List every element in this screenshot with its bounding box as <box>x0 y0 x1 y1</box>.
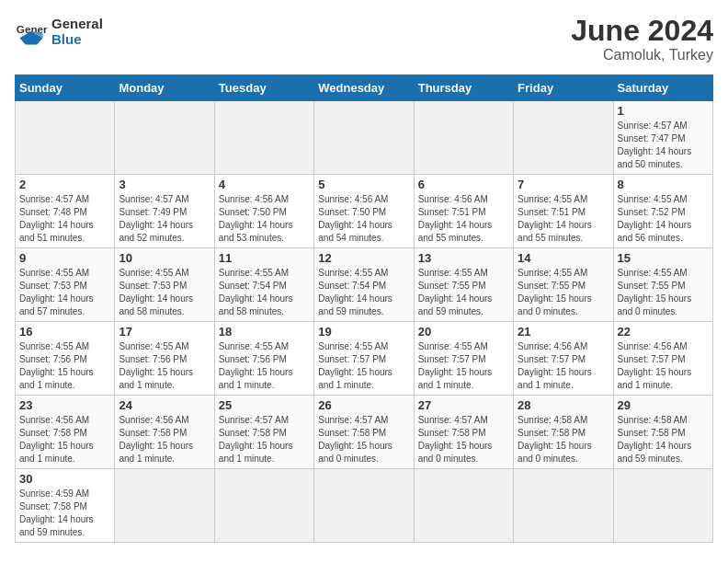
day-cell: 13Sunrise: 4:55 AM Sunset: 7:55 PM Dayli… <box>414 248 513 322</box>
day-number: 1 <box>618 104 709 118</box>
logo-blue: Blue <box>51 31 103 47</box>
day-info: Sunrise: 4:58 AM Sunset: 7:58 PM Dayligh… <box>518 414 609 465</box>
day-cell <box>115 101 214 175</box>
day-cell <box>514 469 613 543</box>
day-cell: 5Sunrise: 4:56 AM Sunset: 7:50 PM Daylig… <box>314 175 414 248</box>
week-row-0: 1Sunrise: 4:57 AM Sunset: 7:47 PM Daylig… <box>16 101 713 175</box>
day-number: 2 <box>19 178 110 191</box>
day-cell: 16Sunrise: 4:55 AM Sunset: 7:56 PM Dayli… <box>16 322 115 396</box>
header-wednesday: Wednesday <box>314 75 414 101</box>
header-monday: Monday <box>115 75 214 101</box>
logo-general: General <box>51 16 103 31</box>
day-info: Sunrise: 4:55 AM Sunset: 7:53 PM Dayligh… <box>19 267 110 318</box>
day-number: 17 <box>119 325 210 339</box>
day-cell <box>414 469 513 543</box>
day-cell <box>214 469 313 543</box>
day-number: 4 <box>219 178 310 191</box>
day-cell: 1Sunrise: 4:57 AM Sunset: 7:47 PM Daylig… <box>613 101 712 175</box>
day-number: 11 <box>219 251 310 265</box>
day-info: Sunrise: 4:55 AM Sunset: 7:57 PM Dayligh… <box>418 340 509 392</box>
week-row-5: 30Sunrise: 4:59 AM Sunset: 7:58 PM Dayli… <box>16 469 713 543</box>
day-number: 13 <box>418 251 509 265</box>
day-number: 29 <box>618 398 709 412</box>
day-cell: 23Sunrise: 4:56 AM Sunset: 7:58 PM Dayli… <box>16 396 115 469</box>
week-row-1: 2Sunrise: 4:57 AM Sunset: 7:48 PM Daylig… <box>16 175 713 248</box>
day-cell: 18Sunrise: 4:55 AM Sunset: 7:56 PM Dayli… <box>214 322 313 396</box>
day-cell: 8Sunrise: 4:55 AM Sunset: 7:52 PM Daylig… <box>613 175 712 248</box>
day-cell: 19Sunrise: 4:55 AM Sunset: 7:57 PM Dayli… <box>314 322 414 396</box>
day-cell: 7Sunrise: 4:55 AM Sunset: 7:51 PM Daylig… <box>514 175 613 248</box>
day-cell: 12Sunrise: 4:55 AM Sunset: 7:54 PM Dayli… <box>314 248 414 322</box>
day-info: Sunrise: 4:56 AM Sunset: 7:50 PM Dayligh… <box>318 193 409 245</box>
day-info: Sunrise: 4:55 AM Sunset: 7:56 PM Dayligh… <box>119 340 210 392</box>
day-cell <box>514 101 613 175</box>
day-number: 18 <box>219 325 310 339</box>
day-number: 7 <box>518 178 609 191</box>
day-cell: 22Sunrise: 4:56 AM Sunset: 7:57 PM Dayli… <box>613 322 712 396</box>
day-number: 24 <box>119 398 210 412</box>
day-cell <box>16 101 115 175</box>
day-info: Sunrise: 4:55 AM Sunset: 7:55 PM Dayligh… <box>518 267 609 318</box>
day-cell: 28Sunrise: 4:58 AM Sunset: 7:58 PM Dayli… <box>514 396 613 469</box>
day-number: 27 <box>418 398 509 412</box>
header-friday: Friday <box>514 75 613 101</box>
day-number: 23 <box>19 398 110 412</box>
day-cell: 24Sunrise: 4:56 AM Sunset: 7:58 PM Dayli… <box>115 396 214 469</box>
header-sunday: Sunday <box>16 75 115 101</box>
day-cell: 15Sunrise: 4:55 AM Sunset: 7:55 PM Dayli… <box>613 248 712 322</box>
day-info: Sunrise: 4:57 AM Sunset: 7:58 PM Dayligh… <box>219 414 310 465</box>
day-number: 19 <box>318 325 409 339</box>
day-number: 30 <box>19 472 110 486</box>
day-info: Sunrise: 4:55 AM Sunset: 7:56 PM Dayligh… <box>19 340 110 392</box>
day-cell: 3Sunrise: 4:57 AM Sunset: 7:49 PM Daylig… <box>115 175 214 248</box>
day-number: 14 <box>518 251 609 265</box>
day-number: 20 <box>418 325 509 339</box>
day-cell <box>414 101 513 175</box>
day-cell: 9Sunrise: 4:55 AM Sunset: 7:53 PM Daylig… <box>16 248 115 322</box>
week-row-4: 23Sunrise: 4:56 AM Sunset: 7:58 PM Dayli… <box>16 396 713 469</box>
day-number: 9 <box>19 251 110 265</box>
day-number: 28 <box>518 398 609 412</box>
location: Camoluk, Turkey <box>571 47 713 63</box>
day-cell: 27Sunrise: 4:57 AM Sunset: 7:58 PM Dayli… <box>414 396 513 469</box>
day-info: Sunrise: 4:57 AM Sunset: 7:49 PM Dayligh… <box>119 193 210 245</box>
day-cell: 21Sunrise: 4:56 AM Sunset: 7:57 PM Dayli… <box>514 322 613 396</box>
day-number: 22 <box>618 325 709 339</box>
day-cell: 29Sunrise: 4:58 AM Sunset: 7:58 PM Dayli… <box>613 396 712 469</box>
day-number: 26 <box>318 398 409 412</box>
day-cell: 17Sunrise: 4:55 AM Sunset: 7:56 PM Dayli… <box>115 322 214 396</box>
header-tuesday: Tuesday <box>214 75 313 101</box>
day-cell: 20Sunrise: 4:55 AM Sunset: 7:57 PM Dayli… <box>414 322 513 396</box>
day-info: Sunrise: 4:55 AM Sunset: 7:54 PM Dayligh… <box>219 267 310 318</box>
day-cell <box>115 469 214 543</box>
page-header: General General Blue June 2024 Camoluk, … <box>15 15 713 63</box>
day-info: Sunrise: 4:55 AM Sunset: 7:55 PM Dayligh… <box>618 267 709 318</box>
day-cell: 10Sunrise: 4:55 AM Sunset: 7:53 PM Dayli… <box>115 248 214 322</box>
week-row-3: 16Sunrise: 4:55 AM Sunset: 7:56 PM Dayli… <box>16 322 713 396</box>
day-info: Sunrise: 4:56 AM Sunset: 7:51 PM Dayligh… <box>418 193 509 245</box>
title-block: June 2024 Camoluk, Turkey <box>571 15 713 63</box>
day-number: 5 <box>318 178 409 191</box>
day-info: Sunrise: 4:55 AM Sunset: 7:55 PM Dayligh… <box>418 267 509 318</box>
day-info: Sunrise: 4:55 AM Sunset: 7:54 PM Dayligh… <box>318 267 409 318</box>
day-cell <box>214 101 313 175</box>
day-info: Sunrise: 4:57 AM Sunset: 7:47 PM Dayligh… <box>618 120 709 171</box>
day-cell: 6Sunrise: 4:56 AM Sunset: 7:51 PM Daylig… <box>414 175 513 248</box>
calendar-table: SundayMondayTuesdayWednesdayThursdayFrid… <box>15 75 713 543</box>
day-info: Sunrise: 4:59 AM Sunset: 7:58 PM Dayligh… <box>19 488 110 539</box>
day-cell <box>314 101 414 175</box>
day-cell: 25Sunrise: 4:57 AM Sunset: 7:58 PM Dayli… <box>214 396 313 469</box>
day-number: 21 <box>518 325 609 339</box>
day-info: Sunrise: 4:55 AM Sunset: 7:52 PM Dayligh… <box>618 193 709 245</box>
day-info: Sunrise: 4:58 AM Sunset: 7:58 PM Dayligh… <box>618 414 709 465</box>
day-number: 15 <box>618 251 709 265</box>
day-number: 25 <box>219 398 310 412</box>
day-number: 12 <box>318 251 409 265</box>
day-number: 6 <box>418 178 509 191</box>
day-info: Sunrise: 4:57 AM Sunset: 7:48 PM Dayligh… <box>19 193 110 245</box>
day-info: Sunrise: 4:56 AM Sunset: 7:58 PM Dayligh… <box>19 414 110 465</box>
logo: General General Blue <box>15 15 103 48</box>
day-cell: 14Sunrise: 4:55 AM Sunset: 7:55 PM Dayli… <box>514 248 613 322</box>
header-row: SundayMondayTuesdayWednesdayThursdayFrid… <box>16 75 713 101</box>
day-info: Sunrise: 4:57 AM Sunset: 7:58 PM Dayligh… <box>318 414 409 465</box>
